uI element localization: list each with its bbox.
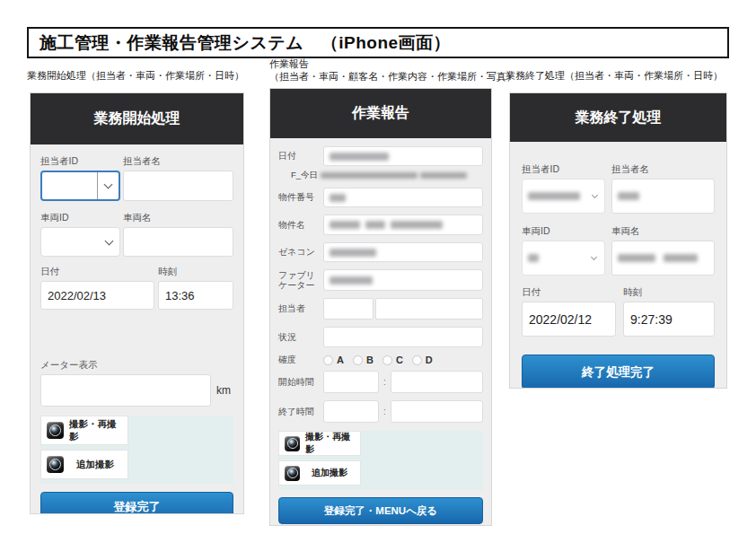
property-number-label: 物件番号 (278, 192, 323, 203)
end-screen-header: 業務終了処理 (510, 93, 726, 142)
fabricator-label: ファブリケーター (278, 270, 323, 291)
camera-icon (285, 466, 300, 481)
chevron-down-icon (97, 172, 119, 199)
photo-add-button[interactable]: 追加撮影 (278, 460, 361, 486)
photo-thumbnail-area (361, 431, 483, 490)
date-label: 日付 (40, 266, 158, 278)
redacted-value (330, 194, 346, 202)
vehicle-id-select-value (41, 228, 98, 256)
redacted-value (618, 254, 655, 262)
vehicle-id-label: 車両ID (522, 225, 611, 238)
start-time-hour-input[interactable] (323, 371, 379, 393)
camera-icon (47, 456, 64, 473)
date-input[interactable] (40, 281, 154, 310)
vehicle-name-input[interactable] (611, 241, 715, 276)
redacted-value (330, 249, 376, 257)
report-screen-title: 作業報告 (352, 104, 409, 123)
certainty-label: 確度 (278, 355, 323, 365)
chevron-down-icon (583, 241, 604, 275)
photo-retake-button[interactable]: 撮影・再撮影 (40, 416, 128, 445)
photo-retake-button[interactable]: 撮影・再撮影 (278, 431, 361, 456)
status-input[interactable] (323, 327, 483, 347)
end-process-complete-button[interactable]: 終了処理完了 (522, 355, 715, 389)
start-time-minute-input[interactable] (391, 371, 483, 393)
tanto-id-select-value (42, 172, 97, 199)
redacted-value (321, 172, 418, 179)
report-date-input[interactable] (323, 146, 483, 166)
tanto-id-label: 担当者ID (522, 163, 611, 176)
vehicle-id-select[interactable] (40, 227, 120, 257)
photo-add-button[interactable]: 追加撮影 (40, 450, 128, 479)
redacted-value (664, 254, 698, 262)
end-time-label: 終了時間 (278, 407, 323, 417)
vehicle-name-label: 車両名 (123, 212, 233, 224)
redacted-value (528, 192, 580, 200)
redacted-value (420, 172, 467, 179)
general-contractor-input[interactable] (323, 242, 483, 262)
end-screen: 業務終了処理 担当者ID 担当者名 車両ID 車両名 (509, 92, 727, 389)
time-input[interactable] (158, 281, 233, 310)
fabricator-input[interactable] (323, 269, 483, 291)
page-title-text: 施工管理・作業報告管理システム （iPhone画面） (40, 31, 451, 55)
caption-start-screen: 業務開始処理（担当者・車両・作業場所・日時） (27, 69, 244, 82)
camera-icon (47, 422, 64, 439)
start-time-label: 開始時間 (278, 377, 323, 388)
date-input[interactable] (522, 302, 616, 337)
property-name-label: 物件名 (278, 220, 323, 231)
page-title: 施工管理・作業報告管理システム （iPhone画面） (27, 27, 729, 58)
register-complete-button[interactable]: 登録完了 (40, 492, 233, 514)
meter-unit: km (216, 384, 231, 397)
property-name-input[interactable] (323, 214, 483, 235)
date-label: 日付 (522, 286, 623, 299)
vehicle-id-select-value (523, 241, 583, 275)
time-label: 時刻 (158, 266, 233, 278)
tanto-id-label: 担当者ID (40, 155, 123, 168)
time-label: 時刻 (623, 286, 715, 299)
redacted-value (330, 153, 389, 161)
caption-end-screen: 業務終了処理（担当者・車両・作業場所・日時） (505, 69, 723, 82)
photo-thumbnail-area (128, 416, 233, 484)
redacted-value (618, 192, 639, 200)
report-screen: 作業報告 日付 F_今日 物件番号 物件名 (269, 88, 492, 526)
register-and-menu-button[interactable]: 登録完了・MENUへ戻る (278, 497, 483, 524)
vehicle-name-input[interactable] (123, 227, 233, 257)
end-time-minute-input[interactable] (391, 400, 483, 423)
redacted-value (365, 221, 385, 229)
property-number-input[interactable] (323, 188, 483, 207)
tanto-name-input[interactable] (375, 298, 483, 320)
general-contractor-label: ゼネコン (278, 247, 323, 258)
meter-input[interactable] (40, 374, 211, 407)
redacted-value (528, 254, 539, 262)
certainty-radio-a[interactable] (323, 355, 333, 365)
chevron-down-icon (585, 179, 604, 213)
tanto-id-select[interactable] (522, 179, 605, 214)
meter-label: メーター表示 (40, 359, 233, 372)
report-tanto-label: 担当者 (278, 303, 323, 314)
time-input[interactable] (623, 302, 715, 337)
page: 施工管理・作業報告管理システム （iPhone画面） 業務開始処理（担当者・車両… (0, 0, 756, 534)
photo-preview-area: 撮影・再撮影 追加撮影 (40, 416, 233, 484)
report-date-label: 日付 (278, 151, 323, 162)
start-screen-header: 業務開始処理 (31, 93, 243, 144)
start-screen: 業務開始処理 担当者ID 担当者名 車両ID 車両名 (30, 92, 244, 514)
vehicle-id-label: 車両ID (40, 212, 123, 224)
tanto-id-select[interactable] (40, 171, 120, 201)
caption-report-screen: 作業報告 （担当者・車両・顧客名・作業内容・作業場所・写真） (269, 57, 516, 83)
certainty-radio-d[interactable] (412, 355, 422, 365)
report-screen-header: 作業報告 (270, 89, 491, 138)
redacted-value (330, 276, 373, 285)
report-date-note: F_今日 (291, 170, 483, 181)
start-screen-title: 業務開始処理 (94, 109, 180, 128)
redacted-value (330, 221, 360, 229)
end-screen-title: 業務終了処理 (576, 109, 662, 127)
photo-preview-area: 撮影・再撮影 追加撮影 (278, 431, 483, 490)
tanto-code-input[interactable] (323, 298, 374, 320)
status-label: 状況 (278, 332, 323, 343)
end-time-hour-input[interactable] (323, 400, 379, 423)
tanto-name-input[interactable] (611, 179, 715, 214)
certainty-radio-c[interactable] (382, 355, 392, 365)
tanto-name-input[interactable] (123, 171, 233, 201)
vehicle-id-select[interactable] (522, 241, 605, 276)
vehicle-name-label: 車両名 (611, 225, 715, 238)
certainty-radio-b[interactable] (353, 355, 363, 365)
